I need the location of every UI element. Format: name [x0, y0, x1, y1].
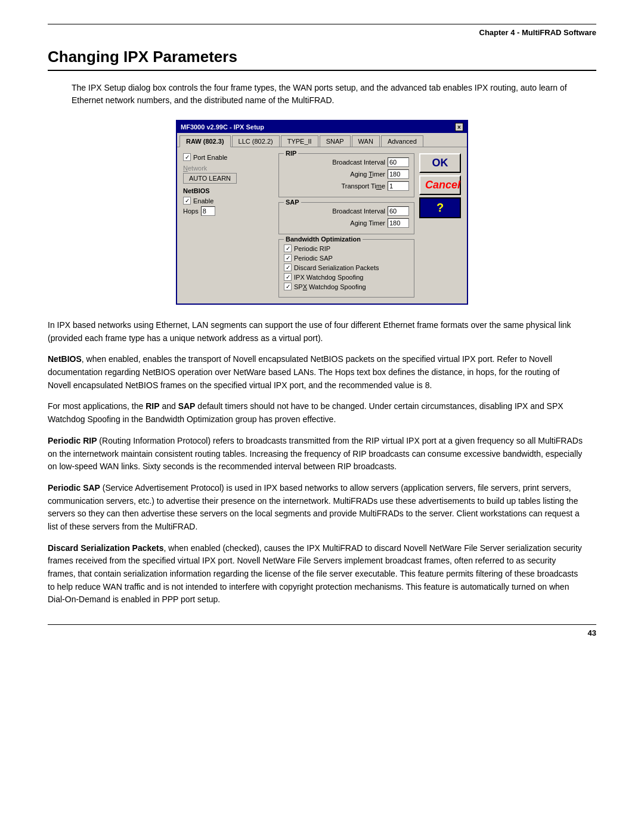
dialog-container: MF3000 v2.99C - IPX Setup × RAW (802.3) … — [48, 120, 596, 305]
section-title: Changing IPX Parameters — [48, 48, 596, 71]
sap-title: SAP — [284, 199, 301, 206]
ipx-watchdog-row: IPX Watchdog Spoofing — [284, 273, 409, 281]
spx-watchdog-label: SPX Watchdog Spoofing — [294, 283, 366, 290]
chapter-header: Chapter 4 - MultiFRAD Software — [48, 28, 596, 37]
footer: 43 — [48, 628, 596, 637]
rip-aging-row: Aging Timer — [284, 169, 409, 179]
discard-serial-checkbox[interactable] — [284, 264, 292, 271]
cancel-button[interactable]: Cancel — [419, 175, 461, 195]
netbios-bold: NetBIOS — [48, 354, 82, 364]
dialog-titlebar: MF3000 v2.99C - IPX Setup × — [177, 121, 467, 133]
dialog-left-panel: Port Enable Network AUTO LEARN NetBIOS — [183, 153, 274, 298]
sap-broadcast-row: Broadcast Interval — [284, 206, 409, 216]
netbios-title: NetBIOS — [183, 187, 274, 194]
rip-broadcast-input[interactable] — [388, 157, 409, 167]
netbios-enable-row: Enable — [183, 197, 274, 205]
rip-broadcast-row: Broadcast Interval — [284, 157, 409, 167]
body-paragraph-6: Discard Serialization Packets, when enab… — [48, 542, 584, 606]
network-input[interactable]: AUTO LEARN — [183, 173, 237, 184]
rip-transport-row: Transport Time — [284, 181, 409, 191]
ipx-setup-dialog: MF3000 v2.99C - IPX Setup × RAW (802.3) … — [176, 120, 468, 305]
periodic-sap-row: Periodic SAP — [284, 254, 409, 262]
body-paragraph-4: Periodic RIP (Routing Information Protoc… — [48, 435, 584, 473]
periodic-sap-checkbox[interactable] — [284, 254, 292, 262]
dialog-tabs: RAW (802.3) LLC (802.2) TYPE_II SNAP WAN… — [177, 133, 467, 147]
netbios-enable-label: Enable — [193, 197, 213, 205]
sap-broadcast-input[interactable] — [388, 206, 409, 216]
rip-transport-label: Transport Time — [284, 182, 385, 190]
body-paragraph-5: Periodic SAP (Service Advertisement Prot… — [48, 482, 584, 534]
sap-aging-label: Aging Timer — [284, 219, 385, 227]
page-number: 43 — [588, 628, 596, 637]
intro-paragraph: The IPX Setup dialog box controls the fo… — [72, 82, 584, 107]
hops-row: Hops — [183, 206, 274, 216]
netbios-section: NetBIOS Enable Hops — [183, 187, 274, 216]
body-paragraph-1: In IPX based networks using Ethernet, LA… — [48, 319, 584, 345]
rip-broadcast-label: Broadcast Interval — [284, 159, 385, 166]
tab-snap[interactable]: SNAP — [320, 135, 351, 147]
dialog-title: MF3000 v2.99C - IPX Setup — [181, 123, 264, 131]
body-paragraph-2: NetBIOS, when enabled, enables the trans… — [48, 353, 584, 392]
dialog-body: Port Enable Network AUTO LEARN NetBIOS — [177, 147, 467, 304]
sap-group: SAP Broadcast Interval Aging Timer — [278, 202, 414, 234]
discard-serial-label: Discard Serialization Packets — [294, 264, 379, 271]
discard-serial-row: Discard Serialization Packets — [284, 264, 409, 271]
tab-advanced[interactable]: Advanced — [381, 135, 423, 147]
network-label: Network — [183, 165, 274, 172]
dialog-right-panel: OK Cancel ? — [419, 153, 461, 298]
spx-watchdog-checkbox[interactable] — [284, 283, 292, 290]
periodic-rip-label: Periodic RIP — [294, 245, 330, 252]
port-enable-row: Port Enable — [183, 153, 274, 161]
netbios-enable-checkbox[interactable] — [183, 197, 191, 205]
tab-type2[interactable]: TYPE_II — [281, 135, 318, 147]
ipx-watchdog-checkbox[interactable] — [284, 273, 292, 281]
periodic-rip-row: Periodic RIP — [284, 244, 409, 252]
ipx-watchdog-label: IPX Watchdog Spoofing — [294, 274, 363, 281]
port-enable-checkbox[interactable] — [183, 153, 191, 161]
periodic-sap-bold: Periodic SAP — [48, 483, 100, 493]
rip-aging-input[interactable] — [388, 169, 409, 179]
periodic-rip-checkbox[interactable] — [284, 244, 292, 252]
network-section: Network AUTO LEARN — [183, 165, 274, 184]
hops-input[interactable] — [201, 206, 215, 216]
body-paragraph-3: For most applications, the RIP and SAP d… — [48, 400, 584, 426]
periodic-sap-label: Periodic SAP — [294, 255, 333, 262]
spx-watchdog-row: SPX Watchdog Spoofing — [284, 283, 409, 290]
header-rule — [48, 24, 596, 24]
discard-serial-bold: Discard Serialization Packets — [48, 543, 164, 553]
dialog-middle-panel: RIP Broadcast Interval Aging Timer Trans… — [278, 153, 414, 298]
periodic-rip-bold: Periodic RIP — [48, 436, 97, 445]
rip-transport-input[interactable] — [388, 181, 409, 191]
tab-wan[interactable]: WAN — [352, 135, 380, 147]
sap-aging-input[interactable] — [388, 218, 409, 228]
sap-bold: SAP — [178, 401, 196, 411]
ok-button[interactable]: OK — [419, 153, 461, 173]
port-enable-label: Port Enable — [193, 154, 227, 161]
hops-label: Hops — [183, 208, 199, 215]
sap-aging-row: Aging Timer — [284, 218, 409, 228]
bandwidth-group: Bandwidth Optimization Periodic RIP Peri… — [278, 239, 414, 298]
tab-llc[interactable]: LLC (802.2) — [232, 135, 280, 147]
help-button[interactable]: ? — [419, 197, 461, 218]
dialog-close-button[interactable]: × — [455, 123, 463, 131]
rip-aging-label: Aging Timer — [284, 171, 385, 178]
sap-broadcast-label: Broadcast Interval — [284, 208, 385, 215]
tab-raw[interactable]: RAW (802.3) — [179, 135, 231, 147]
rip-group: RIP Broadcast Interval Aging Timer Trans… — [278, 153, 414, 197]
footer-rule — [48, 624, 596, 625]
bandwidth-title: Bandwidth Optimization — [284, 236, 363, 243]
rip-title: RIP — [284, 150, 298, 157]
rip-bold: RIP — [145, 401, 159, 411]
